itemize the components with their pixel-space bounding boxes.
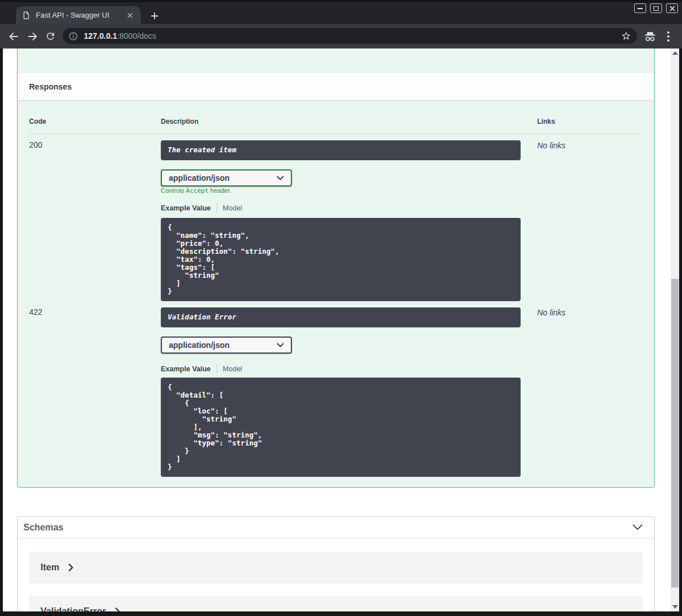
browser-tab[interactable]: Fast API - Swagger UI	[16, 6, 141, 24]
incognito-icon	[643, 30, 657, 43]
accept-note-suffix: header.	[209, 187, 232, 194]
scrollbar-arrow-down-icon[interactable]	[672, 605, 678, 609]
tab-strip: Fast API - Swagger UI	[0, 0, 682, 24]
model-name: Item	[40, 562, 59, 573]
browser-window: Fast API - Swagger UI 127.0.0	[0, 0, 682, 616]
schemas-chevron-down-icon	[632, 524, 643, 530]
page-content: Responses Code Description Links 200 The…	[3, 48, 679, 611]
response-description-422: Validation Error	[161, 307, 521, 327]
close-icon	[669, 6, 675, 11]
tab-close-icon[interactable]	[125, 10, 135, 21]
responses-title: Responses	[29, 82, 72, 91]
model-name: ValidationError	[40, 606, 106, 611]
response-links-200: No links	[537, 141, 566, 150]
response-code-422: 422	[29, 307, 42, 317]
tab-separator	[217, 204, 217, 212]
tab-model[interactable]: Model	[223, 204, 242, 212]
minimize-icon	[638, 8, 643, 9]
back-button[interactable]	[7, 30, 20, 43]
info-icon	[68, 31, 78, 41]
window-minimize-button[interactable]	[634, 3, 646, 13]
url-path: :8000/docs	[117, 31, 156, 40]
window-close-button[interactable]	[666, 3, 678, 13]
example-model-tabs-200: Example Value Model	[161, 204, 242, 212]
column-header-links: Links	[537, 117, 555, 125]
scrollbar-arrow-up-icon[interactable]	[672, 51, 678, 55]
page-scrollbar[interactable]	[671, 48, 679, 611]
accept-note-prefix: Controls	[161, 187, 186, 194]
model-item[interactable]: Item	[29, 552, 643, 583]
tab-title: Fast API - Swagger UI	[36, 11, 125, 19]
table-divider	[29, 133, 643, 134]
opblock-responses-container: Responses Code Description Links 200 The…	[17, 48, 655, 488]
scrollbar-thumb[interactable]	[671, 279, 679, 587]
accept-header-note: Controls Accept header.	[161, 187, 232, 194]
forward-arrow-icon	[27, 31, 38, 42]
tab-example-value[interactable]: Example Value	[161, 204, 211, 212]
example-json-200: { "name": "string", "price": 0, "descrip…	[161, 218, 521, 301]
maximize-icon	[653, 6, 659, 11]
new-tab-button[interactable]	[147, 9, 162, 23]
reload-icon	[45, 31, 56, 42]
bookmark-star-icon	[621, 31, 631, 41]
media-type-select-422[interactable]: application/json	[161, 337, 292, 354]
url-host: 127.0.0.1	[84, 31, 117, 40]
select-chevron-down-icon	[277, 343, 284, 348]
back-arrow-icon	[8, 31, 19, 42]
responses-section-header: Responses	[18, 73, 654, 100]
column-header-code: Code	[29, 117, 46, 125]
schemas-header[interactable]: Schemas	[18, 517, 654, 538]
schemas-section: Schemas Item ValidationError	[17, 516, 655, 611]
browser-menu-button[interactable]	[662, 29, 675, 43]
media-type-value: application/json	[169, 173, 230, 183]
schemas-title: Schemas	[23, 522, 63, 533]
media-type-select-200[interactable]: application/json	[161, 169, 292, 187]
select-chevron-down-icon	[277, 176, 284, 181]
response-links-422: No links	[537, 308, 566, 317]
model-chevron-right-icon	[115, 607, 120, 611]
example-model-tabs-422: Example Value Model	[161, 364, 242, 373]
response-description-200: The created item	[161, 140, 521, 160]
accept-note-mono: Accept	[186, 187, 209, 194]
bookmark-button[interactable]	[621, 31, 631, 41]
tab-separator	[217, 364, 217, 373]
window-controls	[634, 3, 678, 13]
forward-button[interactable]	[26, 30, 39, 43]
example-json-422: { "detail": [ { "loc": [ "string" ], "ms…	[161, 378, 521, 477]
url-bar[interactable]: 127.0.0.1:8000/docs	[63, 28, 637, 44]
browser-toolbar: 127.0.0.1:8000/docs	[0, 24, 682, 48]
tab-example-value[interactable]: Example Value	[161, 365, 211, 373]
model-validationerror[interactable]: ValidationError	[29, 595, 643, 611]
reload-button[interactable]	[44, 30, 57, 43]
column-header-description: Description	[161, 117, 198, 125]
media-type-value: application/json	[169, 341, 230, 350]
model-chevron-right-icon	[68, 564, 74, 572]
page-favicon-icon	[22, 11, 31, 20]
tab-model[interactable]: Model	[223, 365, 242, 373]
profile-button[interactable]	[642, 29, 658, 43]
window-maximize-button[interactable]	[650, 3, 662, 13]
kebab-menu-icon	[667, 31, 669, 42]
response-code-200: 200	[29, 140, 42, 149]
